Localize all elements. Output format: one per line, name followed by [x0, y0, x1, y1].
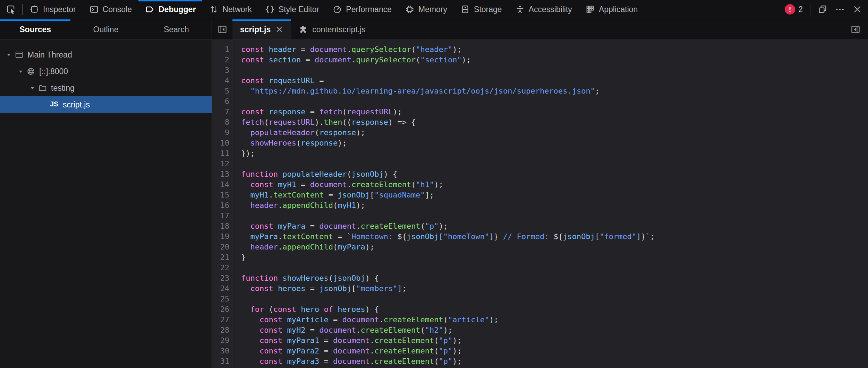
line-number[interactable]: 28 — [212, 325, 229, 335]
error-count-badge[interactable]: ! 2 — [785, 4, 803, 15]
code-line[interactable]: populateHeader(response); — [241, 128, 868, 138]
code-line[interactable] — [241, 96, 868, 107]
line-number[interactable]: 24 — [212, 283, 229, 294]
line-number[interactable]: 20 — [212, 242, 229, 252]
line-number[interactable]: 13 — [212, 169, 229, 179]
twisty-expanded-icon[interactable] — [3, 52, 14, 58]
code-line[interactable] — [241, 211, 868, 221]
line-number[interactable]: 21 — [212, 252, 229, 263]
code-line[interactable]: } — [241, 252, 868, 263]
sidebar-tab-sources[interactable]: Sources — [0, 19, 70, 40]
line-number[interactable]: 12 — [212, 159, 229, 169]
line-number[interactable]: 14 — [212, 179, 229, 190]
code-line[interactable]: myPara.textContent = `Hometown: ${jsonOb… — [241, 231, 868, 242]
line-number[interactable]: 7 — [212, 107, 229, 117]
code-line[interactable]: const myPara = document.createElement("p… — [241, 221, 868, 231]
code-line[interactable]: const header = document.querySelector("h… — [241, 44, 868, 55]
code-line[interactable]: const section = document.querySelector("… — [241, 55, 868, 65]
code-line[interactable]: const myPara3 = document.createElement("… — [241, 356, 868, 367]
code-line[interactable]: const heroes = jsonObj["members"]; — [241, 283, 868, 294]
code-line[interactable]: const myPara2 = document.createElement("… — [241, 346, 868, 356]
line-number[interactable]: 27 — [212, 315, 229, 325]
line-number[interactable]: 26 — [212, 304, 229, 315]
code-token: fetch — [319, 107, 342, 116]
sidebar-tab-outline[interactable]: Outline — [70, 19, 141, 40]
close-devtools-button[interactable] — [852, 4, 862, 15]
line-number[interactable]: 10 — [212, 138, 229, 148]
line-number[interactable]: 19 — [212, 231, 229, 242]
line-number[interactable]: 22 — [212, 263, 229, 273]
tree-item-testing[interactable]: testing — [0, 80, 212, 96]
code-line[interactable]: const myH2 = document.createElement("h2"… — [241, 325, 868, 335]
code-line[interactable] — [241, 65, 868, 76]
line-number[interactable]: 18 — [212, 221, 229, 231]
code-line[interactable]: myH1.textContent = jsonObj["squadName"]; — [241, 190, 868, 200]
line-number[interactable]: 8 — [212, 117, 229, 128]
collapse-right-pane-button[interactable] — [843, 19, 868, 40]
line-number[interactable]: 3 — [212, 65, 229, 76]
dock-side-button[interactable] — [817, 4, 828, 15]
source-tab-contentscript-js[interactable]: contentscript.js — [291, 19, 373, 40]
twisty-expanded-icon[interactable] — [27, 85, 37, 91]
network-icon — [209, 5, 219, 14]
line-number[interactable]: 4 — [212, 76, 229, 86]
code-line[interactable]: const myArticle = document.createElement… — [241, 315, 868, 325]
code-line[interactable]: const myH1 = document.createElement("h1"… — [241, 179, 868, 190]
code-line[interactable]: const requestURL = — [241, 76, 868, 86]
code-line[interactable]: "https://mdn.github.io/learning-area/jav… — [241, 86, 868, 96]
sidebar-tab-search[interactable]: Search — [141, 19, 212, 40]
toolbar-tab-inspector[interactable]: Inspector — [23, 0, 83, 19]
toolbar-tab-accessibility[interactable]: Accessibility — [509, 0, 579, 19]
tree-item-8000[interactable]: [::]:8000 — [0, 63, 212, 80]
tree-item-main-thread[interactable]: Main Thread — [0, 46, 212, 63]
source-tab-script-js[interactable]: script.js — [232, 19, 291, 40]
line-number[interactable]: 17 — [212, 211, 229, 221]
code-line[interactable]: fetch(requestURL).then((response) => { — [241, 117, 868, 128]
line-number[interactable]: 16 — [212, 200, 229, 211]
code-token: ) => { — [388, 118, 416, 126]
line-number[interactable]: 25 — [212, 294, 229, 304]
line-number[interactable]: 30 — [212, 346, 229, 356]
code-line[interactable] — [241, 294, 868, 304]
toolbar-tab-network[interactable]: Network — [202, 0, 258, 19]
code-line[interactable]: header.appendChild(myPara); — [241, 242, 868, 252]
toolbar-tab-console[interactable]: Console — [83, 0, 138, 19]
toolbar-tab-memory[interactable]: Memory — [398, 0, 454, 19]
line-number[interactable]: 29 — [212, 335, 229, 346]
code-line[interactable]: function showHeroes(jsonObj) { — [241, 273, 868, 283]
line-number[interactable]: 1 — [212, 44, 229, 55]
line-number[interactable]: 11 — [212, 148, 229, 159]
pick-element-button[interactable] — [0, 0, 22, 19]
line-number[interactable]: 23 — [212, 273, 229, 283]
code-line[interactable]: const response = fetch(requestURL); — [241, 107, 868, 117]
toolbar-tab-debugger[interactable]: Debugger — [138, 0, 202, 19]
code-line[interactable]: showHeroes(response); — [241, 138, 868, 148]
code-token: document — [319, 222, 356, 230]
code-line[interactable] — [241, 159, 868, 169]
line-number[interactable]: 2 — [212, 55, 229, 65]
tree-item-script-js[interactable]: JSscript.js — [0, 96, 212, 113]
code-line[interactable]: }); — [241, 148, 868, 159]
code-line[interactable]: header.appendChild(myH1); — [241, 200, 868, 211]
tab-close-button[interactable] — [275, 25, 283, 34]
line-number[interactable]: 5 — [212, 86, 229, 96]
line-number[interactable]: 9 — [212, 128, 229, 138]
code-token — [296, 305, 301, 314]
toolbar-tab-style-editor[interactable]: Style Editor — [258, 0, 326, 19]
toolbar-tab-storage[interactable]: Storage — [454, 0, 509, 19]
code-line[interactable]: function populateHeader(jsonObj) { — [241, 169, 868, 179]
toolbar-tab-performance[interactable]: Performance — [326, 0, 398, 19]
code-area[interactable]: const header = document.querySelector("h… — [235, 40, 868, 368]
code-line[interactable] — [241, 263, 868, 273]
meatball-menu-button[interactable] — [835, 4, 845, 15]
line-number[interactable]: 6 — [212, 96, 229, 107]
code-token: ( — [315, 128, 319, 137]
line-number[interactable]: 31 — [212, 356, 229, 367]
collapse-sources-pane-button[interactable] — [212, 19, 232, 40]
line-number[interactable]: 15 — [212, 190, 229, 200]
toolbar-tab-application[interactable]: Application — [579, 0, 645, 19]
twisty-expanded-icon[interactable] — [15, 69, 26, 75]
code-line[interactable]: for (const hero of heroes) { — [241, 304, 868, 315]
code-line[interactable]: const myPara1 = document.createElement("… — [241, 335, 868, 346]
code-token: ; — [650, 232, 655, 241]
